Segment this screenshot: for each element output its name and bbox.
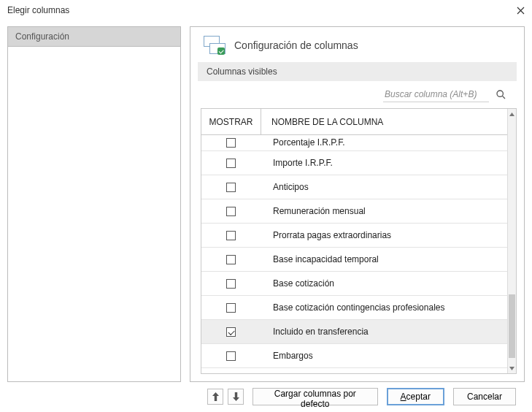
section-label: Columnas visibles [207, 66, 277, 77]
table-row[interactable]: Prorrata pagas extraordinarias [201, 224, 507, 248]
category-item-configuracion[interactable]: Configuración [8, 27, 180, 47]
row-column-name: Embargos [261, 351, 507, 361]
show-checkbox[interactable] [226, 138, 236, 148]
row-column-name: Incluido en transferencia [261, 327, 507, 337]
table-row[interactable]: Base cotización [201, 272, 507, 296]
accept-button[interactable]: Aceptar [387, 388, 444, 405]
close-icon[interactable] [516, 6, 525, 15]
table-row[interactable]: Base cotización contingencias profesiona… [201, 296, 507, 320]
section-visible-columns: Columnas visibles [198, 62, 517, 81]
columns-table: MOSTRAR NOMBRE DE LA COLUMNA Porcentaje … [201, 108, 517, 374]
svg-line-1 [502, 96, 505, 99]
window-title: Elegir columnas [7, 5, 69, 15]
move-down-button[interactable] [228, 389, 244, 405]
content-header: Configuración de columnas [198, 36, 517, 62]
vertical-scrollbar[interactable] [507, 109, 516, 373]
column-header-name[interactable]: NOMBRE DE LA COLUMNA [261, 109, 516, 134]
show-checkbox[interactable] [226, 207, 236, 216]
row-column-name: Remuneración mensual [261, 206, 507, 216]
dialog-footer: Cargar columnas por defecto Aceptar Canc… [7, 382, 525, 405]
titlebar: Elegir columnas [0, 0, 532, 20]
search-icon[interactable] [493, 88, 508, 102]
row-column-name: Prorrata pagas extraordinarias [261, 230, 507, 240]
table-row[interactable]: Anticipos [201, 175, 507, 199]
show-checkbox[interactable] [226, 303, 236, 313]
show-checkbox[interactable] [226, 351, 236, 361]
row-column-name: Porcentaje I.R.P.F. [261, 137, 507, 148]
category-list: Configuración [7, 26, 181, 382]
show-checkbox[interactable] [226, 327, 236, 337]
show-checkbox[interactable] [226, 183, 236, 192]
move-up-button[interactable] [207, 389, 223, 405]
table-row[interactable]: Porcentaje I.R.P.F. [201, 135, 507, 151]
table-row[interactable]: Importe I.R.P.F. [201, 151, 507, 175]
load-defaults-button[interactable]: Cargar columnas por defecto [252, 388, 378, 405]
table-row[interactable]: Embargos [201, 344, 507, 368]
show-checkbox[interactable] [226, 279, 236, 289]
table-body: Porcentaje I.R.P.F.Importe I.R.P.F.Antic… [201, 135, 507, 373]
search-input[interactable] [383, 87, 489, 102]
scroll-up-icon[interactable] [508, 109, 516, 119]
show-checkbox[interactable] [226, 231, 236, 240]
table-row[interactable]: Incluido en transferencia [201, 320, 507, 344]
row-column-name: Anticipos [261, 182, 507, 192]
svg-point-0 [497, 91, 503, 96]
row-column-name: Base incapacidad temporal [261, 254, 507, 264]
scroll-thumb[interactable] [509, 294, 515, 358]
show-checkbox[interactable] [226, 159, 236, 168]
show-checkbox[interactable] [226, 255, 236, 264]
scroll-track[interactable] [508, 119, 516, 363]
cancel-button[interactable]: Cancelar [453, 388, 516, 405]
table-row[interactable]: Base incapacidad temporal [201, 248, 507, 272]
table-row[interactable]: Remuneración mensual [201, 199, 507, 224]
scroll-down-icon[interactable] [508, 363, 516, 373]
content-title: Configuración de columnas [234, 39, 358, 51]
table-header: MOSTRAR NOMBRE DE LA COLUMNA [201, 109, 516, 135]
column-header-show[interactable]: MOSTRAR [201, 109, 261, 134]
row-column-name: Importe I.R.P.F. [261, 158, 507, 168]
content-pane: Configuración de columnas Columnas visib… [190, 26, 525, 382]
columns-config-icon [202, 36, 225, 55]
category-item-label: Configuración [15, 31, 69, 42]
row-column-name: Base cotización [261, 278, 507, 289]
row-column-name: Base cotización contingencias profesiona… [261, 302, 507, 313]
